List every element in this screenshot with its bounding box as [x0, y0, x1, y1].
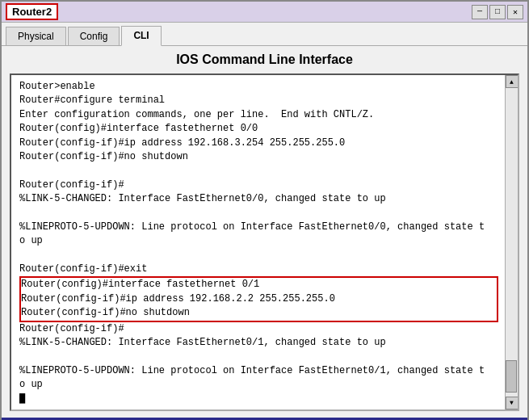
terminal-cursor: █	[19, 393, 25, 405]
main-window: Router2 ─ □ ✕ Physical Config CLI IOS Co…	[0, 0, 529, 420]
scroll-thumb[interactable]	[506, 360, 517, 393]
scroll-down-button[interactable]: ▼	[506, 397, 519, 410]
window-title: Router2	[6, 3, 58, 20]
minimize-button[interactable]: ─	[472, 5, 488, 19]
content-area: IOS Command Line Interface Router>enable…	[2, 46, 527, 418]
page-title: IOS Command Line Interface	[10, 52, 519, 67]
highlighted-block: Router(config)#interface fastethernet 0/…	[19, 276, 498, 321]
scroll-track	[506, 88, 518, 397]
maximize-button[interactable]: □	[489, 5, 506, 19]
terminal-scroll[interactable]: Router>enable Router#configure terminal …	[11, 75, 505, 410]
close-button[interactable]: ✕	[507, 5, 523, 19]
tab-config[interactable]: Config	[68, 27, 120, 45]
terminal-text-highlighted: Router(config)#interface fastethernet 0/…	[21, 279, 335, 318]
terminal-wrapper: Router>enable Router#configure terminal …	[10, 74, 519, 411]
tab-bar: Physical Config CLI	[2, 23, 527, 46]
scrollbar[interactable]: ▲ ▼	[505, 75, 518, 410]
scroll-up-button[interactable]: ▲	[506, 75, 519, 88]
terminal-text-before: Router>enable Router#configure terminal …	[19, 81, 485, 275]
tab-physical[interactable]: Physical	[6, 27, 66, 45]
window-controls: ─ □ ✕	[472, 5, 523, 19]
terminal-text-after: Router(config-if)# %LINK-5-CHANGED: Inte…	[19, 323, 485, 391]
title-bar-left: Router2	[6, 3, 58, 20]
title-bar: Router2 ─ □ ✕	[2, 2, 527, 23]
tab-cli[interactable]: CLI	[121, 26, 161, 46]
